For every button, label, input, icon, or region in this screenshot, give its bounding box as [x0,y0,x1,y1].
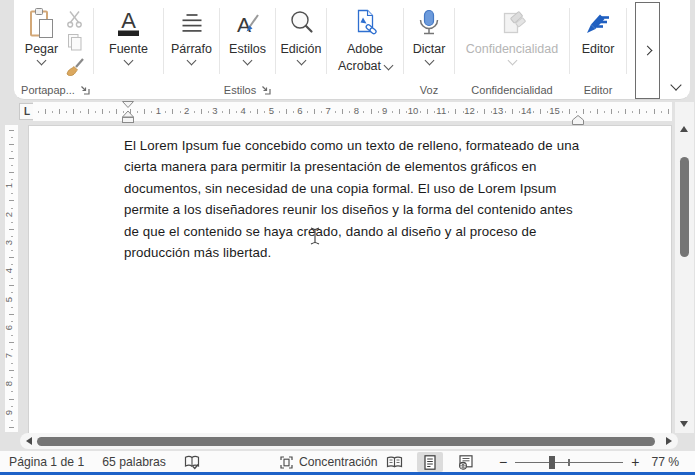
sensitivity-label-icon [498,6,526,40]
print-layout-view-button[interactable] [417,452,443,472]
paragraph-dropdown-button[interactable]: Párrafo [171,0,212,82]
zoom-slider-thumb[interactable] [549,456,555,469]
clipboard-dialog-launcher-icon[interactable] [80,85,90,95]
voice-group-label: Voz [404,82,454,98]
ruler-tick [11,222,13,223]
ruler-tick [279,111,280,113]
collapse-ribbon-button[interactable] [672,75,680,93]
ruler-tick [95,111,96,113]
zoom-in-button[interactable]: + [631,456,639,468]
proofing-book-icon [184,455,200,470]
scroll-down-arrow-icon[interactable] [680,421,688,427]
ruler-tick [11,278,13,279]
zoom-slider-center-mark [568,459,569,466]
scroll-left-arrow-icon[interactable] [26,437,32,445]
ruler-number: 3 [3,240,14,245]
ruler-tick [9,427,14,428]
clipboard-group-label[interactable]: Portapap... [18,82,93,98]
acrobat-dropdown-chevron-icon [384,61,394,71]
web-layout-view-button[interactable] [453,452,479,472]
copy-button[interactable] [64,32,86,53]
horizontal-scrollbar-thumb[interactable] [37,437,655,446]
ruler-tick [569,109,570,114]
svg-text:A: A [237,13,251,36]
ruler-tick [11,307,13,308]
acrobat-button[interactable]: Adobe Acrobat [338,0,392,82]
microphone-icon [417,6,441,40]
ruler-tick [38,111,39,113]
ruler-tick [646,111,647,113]
ruler-tick [512,109,513,114]
ribbon: Pegar [14,0,690,100]
vertical-ruler[interactable]: 123456789 [5,125,18,432]
vertical-scrollbar[interactable] [675,102,694,433]
ruler-tick [604,111,605,113]
ribbon-overflow-flyout[interactable] [635,2,660,99]
paste-dropdown-chevron-icon[interactable] [37,56,47,66]
sensitivity-dropdown-chevron-icon [507,56,517,66]
styles-dropdown-button[interactable]: A Estilos [229,0,266,82]
zoom-slider[interactable] [515,456,623,469]
ruler-tick [434,111,435,113]
ruler-tick [9,257,14,258]
read-mode-book-icon [386,456,403,469]
styles-group-label[interactable]: Estilos [220,82,275,98]
indent-markers[interactable] [122,101,134,127]
word-window: Pegar [0,0,695,475]
styles-dialog-launcher-icon[interactable] [261,85,271,95]
ruler-number: 2 [3,211,14,216]
ruler-tick [342,109,343,114]
ruler-number: 15 [549,105,560,116]
focus-mode-button[interactable]: Concentración [280,451,378,473]
scroll-right-arrow-icon[interactable] [666,437,672,445]
cut-button[interactable] [64,8,86,29]
ruler-tick [639,109,640,114]
status-bar: Página 1 de 1 65 palabras Concentración … [0,450,695,473]
ruler-tick [611,109,612,114]
ruler-tick [618,111,619,113]
ruler-number: 6 [297,105,302,116]
zoom-out-button[interactable]: − [499,456,507,468]
ruler-tick [208,111,209,113]
word-count[interactable]: 65 palabras [102,455,166,469]
sensitivity-group-label: Confidencialidad [455,82,569,98]
acrobat-label-line1: Adobe [347,42,383,57]
scroll-up-arrow-icon[interactable] [680,126,688,132]
format-painter-button[interactable] [64,56,86,77]
horizontal-scrollbar[interactable] [20,433,678,449]
ruler-tick [257,109,258,114]
ruler-tick [363,111,364,113]
paste-clipboard-icon [28,6,54,40]
ruler-tick [222,111,223,113]
font-icon: A [115,6,142,40]
ruler-tick [11,292,13,293]
page-indicator[interactable]: Página 1 de 1 [9,455,84,469]
paste-button[interactable]: Pegar [25,0,58,82]
document-paragraph[interactable]: El Lorem Ipsum fue concebido como un tex… [124,135,586,263]
ruler-tick [11,377,13,378]
font-dropdown-button[interactable]: A Fuente [109,0,148,82]
ruler-tick [11,208,13,209]
ruler-tick [9,172,14,173]
dictate-button[interactable]: Dictar [413,0,446,82]
editor-button[interactable]: Editor [582,0,615,82]
ruler-number: 10 [408,105,419,116]
ruler-tick [9,130,14,131]
group-styles: A Estilos Estilos [220,0,275,98]
vertical-scrollbar-thumb[interactable] [680,157,689,257]
editor-group-label: Editor [570,82,626,98]
read-mode-view-button[interactable] [381,452,407,472]
ruler-number: 5 [3,296,14,301]
ruler-tick [427,109,428,114]
ruler-tick [11,264,13,265]
ruler-tick [59,109,60,114]
ruler-tick [378,111,379,113]
group-font: A Fuente [94,0,163,98]
text-cursor-ibeam-icon [310,227,320,249]
ruler-tick [293,111,294,113]
ruler-tick [371,109,372,114]
zoom-level[interactable]: 77 % [651,455,679,469]
document-page[interactable]: El Lorem Ipsum fue concebido como un tex… [28,125,672,434]
proofing-errors-button[interactable] [184,455,200,470]
editing-dropdown-button[interactable]: Edición [281,0,322,82]
